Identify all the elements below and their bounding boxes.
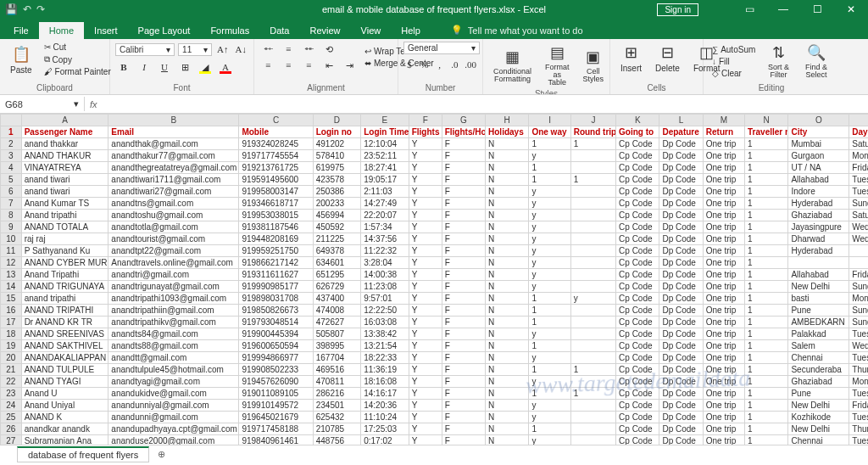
data-cell[interactable]: 1 xyxy=(529,293,570,305)
data-cell[interactable]: Y xyxy=(409,198,442,210)
data-cell[interactable]: 250386 xyxy=(313,186,360,198)
data-cell[interactable]: 11:36:19 xyxy=(361,364,409,376)
data-cell[interactable]: 211225 xyxy=(313,233,360,245)
data-cell[interactable]: 1 xyxy=(745,210,788,221)
data-cell[interactable]: 11:10:24 xyxy=(361,412,409,423)
header-cell[interactable]: Holidays xyxy=(486,126,529,138)
data-cell[interactable]: One trip xyxy=(703,221,744,233)
data-cell[interactable]: 18:27:41 xyxy=(361,162,409,174)
tell-me-search[interactable]: 💡Tell me what you want to do xyxy=(448,21,587,39)
data-cell[interactable]: Tuesday xyxy=(849,328,868,340)
data-cell[interactable]: 14:37:56 xyxy=(361,233,409,245)
header-cell[interactable]: Day of Bo xyxy=(849,126,868,138)
data-cell[interactable]: Cp Code xyxy=(616,281,659,293)
data-cell[interactable]: 470811 xyxy=(313,376,360,388)
data-cell[interactable]: anand tripathi xyxy=(21,293,108,305)
data-cell[interactable]: Dp Code xyxy=(659,400,703,412)
data-cell[interactable]: 286216 xyxy=(313,388,360,400)
data-cell[interactable] xyxy=(570,162,615,174)
data-cell[interactable]: One trip xyxy=(703,198,744,210)
data-cell[interactable]: anandtrigunayat@gmail.com xyxy=(108,281,239,293)
paste-button[interactable]: 📋Paste xyxy=(5,43,37,76)
data-cell[interactable]: One trip xyxy=(703,423,744,435)
data-cell[interactable]: 456994 xyxy=(313,210,360,221)
data-cell[interactable]: Cp Code xyxy=(616,423,659,435)
data-cell[interactable]: 578410 xyxy=(313,150,360,162)
data-cell[interactable]: N xyxy=(486,328,529,340)
data-cell[interactable]: Cp Code xyxy=(616,198,659,210)
data-cell[interactable]: Dp Code xyxy=(659,352,703,364)
data-cell[interactable]: N xyxy=(486,376,529,388)
data-cell[interactable]: Cp Code xyxy=(616,186,659,198)
data-cell[interactable]: 1 xyxy=(529,317,570,328)
data-cell[interactable]: Anand Uniyal xyxy=(21,400,108,412)
data-cell[interactable]: 14:27:49 xyxy=(361,198,409,210)
data-cell[interactable]: Y xyxy=(409,269,442,281)
data-cell[interactable]: anandtourist@gmail.com xyxy=(108,233,239,245)
data-cell[interactable]: One trip xyxy=(703,364,744,376)
data-cell[interactable]: anandtt@gmail.com xyxy=(108,352,239,364)
data-cell[interactable]: Dp Code xyxy=(659,364,703,376)
data-cell[interactable]: 919717458188 xyxy=(239,423,313,435)
data-cell[interactable] xyxy=(570,269,615,281)
align-left-icon[interactable]: ≡ xyxy=(259,58,276,73)
data-cell[interactable]: 651295 xyxy=(313,269,360,281)
cell-styles-button[interactable]: ▣Cell Styles xyxy=(578,46,609,85)
data-cell[interactable]: 1 xyxy=(745,352,788,364)
data-cell[interactable]: Chennai xyxy=(788,352,849,364)
data-cell[interactable]: VINAYATREYA xyxy=(21,162,108,174)
borders-icon[interactable]: ⊞ xyxy=(176,59,193,75)
data-cell[interactable]: Y xyxy=(409,221,442,233)
row-header[interactable]: 7 xyxy=(1,198,22,210)
fx-icon[interactable]: fx xyxy=(85,98,103,111)
data-cell[interactable]: Dp Code xyxy=(659,317,703,328)
data-cell[interactable]: 919381187546 xyxy=(239,221,313,233)
data-cell[interactable]: anandtiwari1711@gmail.com xyxy=(108,174,239,186)
data-cell[interactable]: y xyxy=(529,186,570,198)
data-cell[interactable]: anandthakur77@gmail.com xyxy=(108,150,239,162)
data-cell[interactable]: Jayasingpure xyxy=(788,221,849,233)
data-cell[interactable]: anandtripathiin@gmail.com xyxy=(108,305,239,317)
data-cell[interactable]: 1 xyxy=(745,150,788,162)
data-cell[interactable]: F xyxy=(442,257,485,269)
data-cell[interactable]: 1 xyxy=(570,364,615,376)
data-cell[interactable]: 919959251750 xyxy=(239,245,313,257)
data-cell[interactable]: 919346618717 xyxy=(239,198,313,210)
data-cell[interactable]: 919311611627 xyxy=(239,269,313,281)
data-cell[interactable]: 919324028245 xyxy=(239,138,313,150)
data-cell[interactable]: Dp Code xyxy=(659,435,703,445)
data-cell[interactable]: 11:22:32 xyxy=(361,245,409,257)
number-format-select[interactable]: General▾ xyxy=(403,42,480,54)
data-cell[interactable]: Cp Code xyxy=(616,221,659,233)
row-header[interactable]: 5 xyxy=(1,174,22,186)
data-cell[interactable]: 1 xyxy=(745,233,788,245)
data-cell[interactable]: F xyxy=(442,328,485,340)
header-cell[interactable]: One way xyxy=(529,126,570,138)
tab-review[interactable]: Review xyxy=(299,22,350,39)
sheet-tab-active[interactable]: database of frequent flyers xyxy=(17,446,149,462)
data-cell[interactable]: Monday xyxy=(849,376,868,388)
data-cell[interactable]: Sunday xyxy=(849,317,868,328)
align-top-icon[interactable]: ⬴ xyxy=(259,42,276,57)
row-header[interactable]: 26 xyxy=(1,423,22,435)
data-cell[interactable]: One trip xyxy=(703,281,744,293)
data-cell[interactable]: F xyxy=(442,340,485,352)
data-cell[interactable]: Dp Code xyxy=(659,423,703,435)
data-cell[interactable]: Y xyxy=(409,388,442,400)
data-cell[interactable]: Y xyxy=(409,412,442,423)
data-cell[interactable]: 23:52:11 xyxy=(361,150,409,162)
data-cell[interactable]: ANAND SREENIVAS xyxy=(21,328,108,340)
data-cell[interactable]: 1 xyxy=(745,423,788,435)
data-cell[interactable]: 634601 xyxy=(313,257,360,269)
data-cell[interactable]: N xyxy=(486,221,529,233)
data-cell[interactable]: Wednesda xyxy=(849,221,868,233)
data-cell[interactable]: Cp Code xyxy=(616,412,659,423)
data-cell[interactable]: ANAND TOTALA xyxy=(21,221,108,233)
data-cell[interactable]: Dp Code xyxy=(659,138,703,150)
data-cell[interactable]: 919645021679 xyxy=(239,412,313,423)
data-cell[interactable]: 3:28:04 xyxy=(361,257,409,269)
tab-help[interactable]: Help xyxy=(391,22,431,39)
data-cell[interactable]: Y xyxy=(409,423,442,435)
data-cell[interactable] xyxy=(570,186,615,198)
data-cell[interactable]: Dp Code xyxy=(659,293,703,305)
